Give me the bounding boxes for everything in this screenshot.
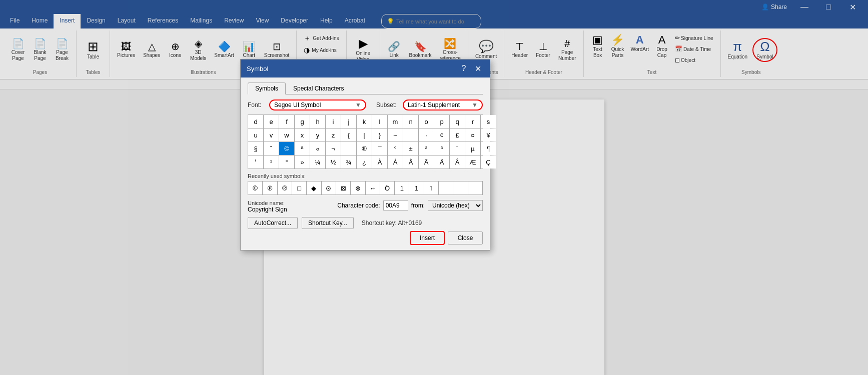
symbol-cell[interactable]: Ä <box>434 156 449 168</box>
symbol-cell[interactable]: g <box>295 115 310 128</box>
tab-home[interactable]: Home <box>26 14 54 28</box>
drop-cap-button[interactable]: A DropCap <box>652 32 672 60</box>
symbol-cell[interactable]: ¶ <box>481 142 496 155</box>
shortcut-key-button[interactable]: Shortcut Key... <box>302 217 354 229</box>
symbol-cell[interactable]: Ã <box>419 156 434 168</box>
symbol-cell[interactable]: ­ <box>341 142 356 155</box>
symbol-cell[interactable]: p <box>434 115 449 128</box>
symbol-cell[interactable]: © <box>279 142 294 155</box>
footer-button[interactable]: ⊥ Footer <box>533 40 553 60</box>
symbol-cell[interactable]: À <box>372 156 387 168</box>
symbol-cell[interactable]: ± <box>403 142 418 155</box>
symbol-cell[interactable]: Å <box>450 156 465 168</box>
equation-button[interactable]: π Equation <box>725 38 750 62</box>
symbol-cell[interactable]: d <box>248 115 263 128</box>
symbol-cell[interactable]: j <box>341 115 356 128</box>
symbol-cell[interactable]: ¯ <box>372 142 387 155</box>
recent-symbol-cell[interactable]: 1 <box>409 182 423 194</box>
recent-symbol-cell[interactable]: ⊠ <box>336 182 350 194</box>
symbol-cell[interactable]: x <box>295 128 310 142</box>
object-button[interactable]: ◻ Object <box>672 54 698 66</box>
recent-symbol-cell[interactable]: 1 <box>395 182 409 194</box>
symbol-cell[interactable]: v <box>264 128 279 142</box>
smartart-button[interactable]: 🔷 SmartArt <box>211 40 237 60</box>
recent-symbol-cell[interactable]: ℗ <box>263 182 277 194</box>
symbol-cell[interactable]: « <box>310 142 325 155</box>
recent-symbol-cell[interactable] <box>468 182 482 194</box>
symbol-cell[interactable]: { <box>341 128 356 142</box>
get-addins-button[interactable]: ＋ Get Add-ins <box>301 32 342 44</box>
symbol-cell[interactable]: ¥ <box>481 128 496 142</box>
recent-symbol-cell[interactable]: Ö <box>380 182 394 194</box>
recent-symbol-cell[interactable]: ® <box>278 182 292 194</box>
symbol-cell[interactable]: u <box>248 128 263 142</box>
symbol-cell[interactable]: ˇ <box>264 142 279 155</box>
link-button[interactable]: 🔗 Link <box>384 40 404 60</box>
dialog-help-button[interactable]: ? <box>458 62 470 74</box>
cover-page-button[interactable]: 📄 CoverPage <box>8 36 28 64</box>
recent-symbol-cell[interactable]: î <box>424 182 438 194</box>
char-code-input[interactable] <box>383 200 408 210</box>
bookmark-button[interactable]: 🔖 Bookmark <box>406 40 435 60</box>
page-number-button[interactable]: # PageNumber <box>555 36 579 64</box>
symbol-cell[interactable]: ˈ <box>248 156 263 168</box>
symbol-cell[interactable]: ² <box>419 142 434 155</box>
from-select[interactable]: Unicode (hex) ASCII (decimal) ASCII (hex… <box>428 200 483 211</box>
tell-me-bar[interactable]: 💡 Tell me what you want to do <box>381 14 481 28</box>
symbol-cell[interactable]: z <box>326 128 341 142</box>
symbol-cell[interactable]: · <box>419 128 434 142</box>
symbol-cell[interactable]: ~ <box>388 128 403 142</box>
dialog-close-button[interactable]: ✕ <box>472 62 484 74</box>
signature-line-button[interactable]: ✏ Signature Line <box>672 32 716 44</box>
tab-layout[interactable]: Layout <box>112 14 142 28</box>
textbox-button[interactable]: ▣ TextBox <box>588 32 608 60</box>
minimize-button[interactable]: — <box>793 0 816 14</box>
tab-developer[interactable]: Developer <box>275 14 314 28</box>
symbol-cell[interactable]: Æ <box>465 156 480 168</box>
symbol-cell[interactable]: ¾ <box>341 156 356 168</box>
recent-symbol-cell[interactable]: ⊙ <box>322 182 336 194</box>
symbol-cell[interactable]: ¬ <box>326 142 341 155</box>
symbol-cell[interactable]: Â <box>403 156 418 168</box>
symbol-cell[interactable]: i <box>326 115 341 128</box>
symbol-cell[interactable]: } <box>372 128 387 142</box>
pictures-button[interactable]: 🖼 Pictures <box>114 40 138 60</box>
wordart-button[interactable]: A WordArt <box>628 32 652 54</box>
symbol-cell[interactable]: r <box>465 115 480 128</box>
symbol-cell[interactable]: § <box>248 142 263 155</box>
symbol-cell[interactable]: ¢ <box>434 128 449 142</box>
table-button[interactable]: ⊞ Table <box>81 38 106 62</box>
tab-symbols[interactable]: Symbols <box>248 82 286 94</box>
symbol-cell[interactable]: h <box>310 115 325 128</box>
symbol-cell[interactable]: q <box>450 115 465 128</box>
recent-symbol-cell[interactable]: ◆ <box>307 182 321 194</box>
symbol-cell[interactable]: ° <box>279 156 294 168</box>
close-dialog-button[interactable]: Close <box>448 232 483 244</box>
symbol-cell[interactable]: » <box>295 156 310 168</box>
symbol-cell[interactable]: Ç <box>481 156 496 168</box>
recent-symbol-cell[interactable] <box>439 182 453 194</box>
symbol-cell[interactable]: ½ <box>326 156 341 168</box>
symbol-cell[interactable]: ¤ <box>465 128 480 142</box>
tab-view[interactable]: View <box>250 14 275 28</box>
symbol-cell[interactable]: | <box>357 128 372 142</box>
symbol-cell[interactable]: Á <box>388 156 403 168</box>
header-button[interactable]: ⊤ Header <box>508 40 531 60</box>
symbol-cell[interactable]: µ <box>465 142 480 155</box>
symbol-cell[interactable]: m <box>388 115 403 128</box>
tab-references[interactable]: References <box>142 14 184 28</box>
symbol-cell[interactable]: k <box>357 115 372 128</box>
symbol-cell[interactable]: ³ <box>434 142 449 155</box>
tab-design[interactable]: Design <box>81 14 111 28</box>
maximize-button[interactable]: □ <box>817 0 840 14</box>
tab-help[interactable]: Help <box>314 14 339 28</box>
chart-button[interactable]: 📊 Chart <box>239 40 259 60</box>
symbol-cell[interactable]: £ <box>450 128 465 142</box>
date-time-button[interactable]: 📅 Date & Time <box>672 44 714 54</box>
tab-review[interactable]: Review <box>218 14 250 28</box>
symbol-cell[interactable]: w <box>279 128 294 142</box>
symbol-cell[interactable]: l <box>372 115 387 128</box>
symbol-button[interactable]: Ω Symbol <box>752 38 777 62</box>
blank-page-button[interactable]: 📄 BlankPage <box>30 36 50 64</box>
symbol-cell[interactable]: e <box>264 115 279 128</box>
